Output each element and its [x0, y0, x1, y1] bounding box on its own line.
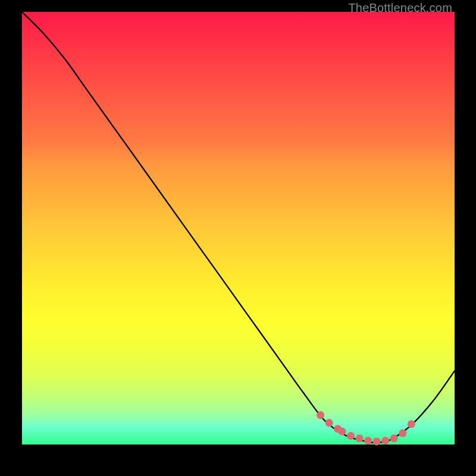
highlight-dot	[381, 437, 389, 444]
highlight-dots-group	[317, 411, 415, 445]
highlight-dot	[317, 411, 324, 419]
highlight-dot	[356, 434, 364, 442]
highlight-dot	[325, 419, 333, 427]
chart-svg	[22, 12, 455, 444]
highlight-dot	[347, 432, 355, 440]
highlight-dot	[339, 428, 346, 436]
highlight-dot	[390, 434, 398, 442]
highlight-dot	[364, 437, 372, 444]
highlight-dot	[373, 437, 381, 445]
bottleneck-curve	[22, 12, 455, 443]
chart-plot-area	[22, 12, 455, 444]
highlight-dot	[399, 430, 406, 437]
highlight-dot	[408, 420, 415, 428]
